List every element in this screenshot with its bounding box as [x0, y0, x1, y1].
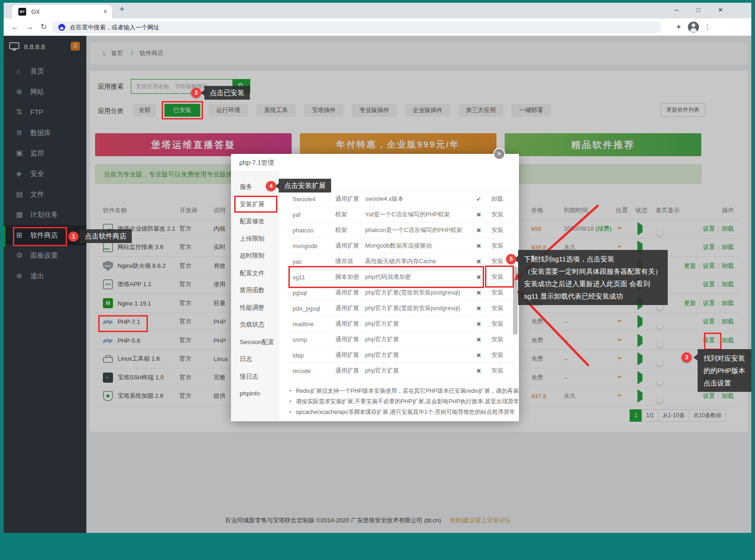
modal-menu-item[interactable]: 禁用函数 [231, 282, 279, 299]
tab-close-icon[interactable]: ✕ [103, 5, 107, 18]
extension-name: Swoole4 [293, 196, 316, 203]
uninstall-link[interactable]: 卸载 [491, 195, 503, 203]
highlight-box-settings [704, 333, 721, 350]
menu-kebab-icon[interactable]: ⋮ [704, 18, 711, 36]
browser-window: BT GX ✕ + ─ □ ✕ ← → ↻ 在百度中搜索，或者输入一个网址 ✦ … [4, 3, 751, 533]
highlight-box-software-store [13, 227, 67, 246]
extension-name: mongodb [293, 243, 317, 249]
step-circle-4: 4 [266, 181, 276, 191]
extension-row: readline通用扩展php官方扩展✖安装 [288, 316, 513, 332]
not-installed-x-icon: ✖ [476, 320, 481, 327]
extension-desc: Yaf是一个C语言编写的PHP框架 [365, 210, 450, 219]
window-maximize-button[interactable]: □ [688, 3, 709, 18]
browser-tab[interactable]: BT GX ✕ [12, 5, 112, 18]
tooltip-step-1: 点击软件商店 [79, 229, 132, 243]
window-close-button[interactable]: ✕ [710, 3, 731, 18]
install-link[interactable]: 安装 [491, 351, 503, 359]
modal-menu-item[interactable]: 超时限制 [231, 247, 279, 265]
extension-type: 通用扩展 [335, 367, 359, 375]
extension-row: phalcon框架phalcon是一个C语言编写的PHP框架✖安装 [288, 223, 513, 238]
install-link[interactable]: 安装 [491, 242, 503, 250]
not-installed-x-icon: ✖ [476, 305, 481, 311]
extension-desc: 高性能无锁共享内存Cache [365, 257, 436, 266]
extensions-icon[interactable]: ✦ [676, 18, 682, 36]
modal-close-icon[interactable]: ✕ [493, 148, 505, 160]
extension-type: 通用扩展 [335, 195, 359, 203]
extension-type: 缓存器 [335, 257, 353, 266]
not-installed-x-icon: ✖ [476, 336, 481, 343]
extension-desc: phalcon是一个C语言编写的PHP框架 [365, 226, 462, 234]
highlight-box-install-ext-menu [234, 196, 277, 213]
extension-row: yaf框架Yaf是一个C语言编写的PHP框架✖安装 [288, 207, 513, 223]
extension-name: recode [293, 367, 311, 374]
install-link[interactable]: 安装 [491, 226, 503, 234]
extension-name: pgsql [293, 289, 307, 296]
tooltip-step-2: 点击已安装 [204, 86, 250, 100]
extension-desc: php官方扩展 [365, 320, 399, 328]
extension-row: ldap通用扩展php官方扩展✖安装 [288, 347, 513, 363]
note-line: 请按实际需求安装扩展,不要安装不必要的PHP扩展,这会影响PHP执行效率,甚至出… [288, 396, 509, 407]
modal-menu-item[interactable]: 配置修改 [231, 213, 279, 230]
extension-row: pdo_pgsql通用扩展php官方扩展(需提前安装postgresql)✖安装 [288, 300, 513, 316]
back-icon[interactable]: ← [11, 18, 19, 36]
modal-menu-item[interactable]: 慢日志 [231, 368, 279, 385]
not-installed-x-icon: ✖ [476, 351, 481, 358]
note-line: Redis扩展仅支持一个PHP版本安装使用，若在其它PHP版本已安装redis扩… [288, 386, 509, 396]
highlight-box-php71 [98, 315, 148, 332]
step-circle-5: 5 [506, 254, 516, 264]
tooltip-step-3: 找到对应安装的的PHP版本点击设置 [698, 349, 751, 392]
highlight-box-sg11-install [485, 266, 514, 288]
extension-name: ldap [293, 351, 304, 358]
extension-type: 框架 [335, 226, 347, 234]
extension-type: 通用扩展 [335, 335, 359, 344]
not-installed-x-icon: ✖ [476, 211, 481, 218]
extension-type: 通用扩展 [335, 304, 359, 312]
extension-desc: php官方扩展(需提前安装postgresql) [365, 304, 460, 312]
extension-notes: Redis扩展仅支持一个PHP版本安装使用，若在其它PHP版本已安装redis扩… [288, 386, 509, 418]
modal-menu-item[interactable]: Session配置 [231, 334, 279, 351]
extension-desc: swoole4.x版本 [365, 195, 404, 203]
extension-type: 通用扩展 [335, 351, 359, 359]
tooltip-step-5: 下翻找到sg11选项，点击安装（安装需要一定时间具体跟服务器配置有关）安装成功之… [518, 250, 668, 305]
not-installed-x-icon: ✖ [476, 227, 481, 234]
desktop: BT GX ✕ + ─ □ ✕ ← → ↻ 在百度中搜索，或者输入一个网址 ✦ … [0, 0, 755, 560]
not-installed-x-icon: ✖ [476, 258, 481, 265]
extension-name: snmp [293, 336, 307, 343]
url-bar[interactable]: 在百度中搜索，或者输入一个网址 [52, 21, 661, 34]
extension-desc: php官方扩展(需提前安装postgresql) [365, 288, 460, 297]
install-link[interactable]: 安装 [491, 288, 503, 297]
extension-name: readline [293, 320, 314, 327]
install-link[interactable]: 安装 [491, 335, 503, 344]
modal-menu-item[interactable]: 上传限制 [231, 230, 279, 248]
install-link[interactable]: 安装 [491, 304, 503, 312]
tooltip-step-4: 点击安装扩展 [279, 179, 331, 192]
note-line: opcache/xcache/apc等脚本缓存扩展,请只安装其中1个,否则可能导… [288, 407, 509, 418]
baidu-icon [58, 24, 65, 31]
reload-icon[interactable]: ↻ [40, 18, 47, 36]
modal-menu-item[interactable]: 日志 [231, 351, 279, 368]
page-content: 8.8.8.8 0 ⌂首页⊕网站⇅FTP≣数据库▣监控◈安全▤文件▦计划任务⊞软… [4, 36, 751, 533]
window-minimize-button[interactable]: ─ [666, 3, 687, 18]
modal-menu-item[interactable]: 配置文件 [231, 265, 279, 282]
browser-toolbar: ← → ↻ 在百度中搜索，或者输入一个网址 ✦ ⋮ [4, 18, 751, 36]
extension-row: mongodb通用扩展Mongodb数据库连接驱动✖安装 [288, 238, 513, 254]
install-link[interactable]: 安装 [491, 210, 503, 219]
extension-desc: php官方扩展 [365, 367, 399, 375]
modal-menu-item[interactable]: 负载状态 [231, 316, 279, 334]
step-circle-2: 2 [191, 88, 201, 98]
profile-avatar[interactable] [688, 22, 699, 33]
modal-menu-item[interactable]: phpinfo [231, 385, 279, 402]
not-installed-x-icon: ✖ [476, 289, 481, 296]
install-link[interactable]: 安装 [491, 257, 503, 266]
install-link[interactable]: 安装 [491, 320, 503, 328]
extension-row: recode通用扩展php官方扩展✖安装 [288, 363, 513, 379]
modal-menu-item[interactable]: 性能调整 [231, 299, 279, 317]
installed-check-icon: ✔ [476, 196, 481, 203]
extension-type: 框架 [335, 210, 347, 219]
extension-row: snmp通用扩展php官方扩展✖安装 [288, 332, 513, 347]
extension-desc: Mongodb数据库连接驱动 [365, 242, 432, 250]
tab-strip: BT GX ✕ + ─ □ ✕ [4, 3, 751, 18]
forward-icon[interactable]: → [26, 18, 34, 36]
install-link[interactable]: 安装 [491, 367, 503, 375]
new-tab-button[interactable]: + [119, 4, 124, 14]
